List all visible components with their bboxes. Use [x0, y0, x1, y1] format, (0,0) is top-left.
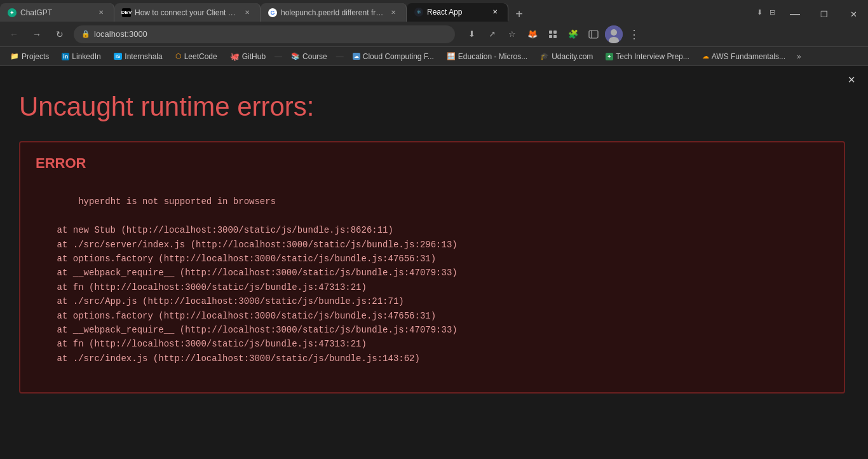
- url-text: localhost:3000: [94, 29, 147, 39]
- bookmark-linkedin[interactable]: in LinkedIn: [57, 51, 105, 62]
- tab-holepunch[interactable]: G holepunch.peerld different from... ✕: [261, 3, 407, 22]
- bookmark-linkedin-favicon: in: [62, 53, 69, 60]
- back-button[interactable]: ←: [5, 25, 23, 43]
- error-message: hyperdht is not supported in browsers: [78, 196, 276, 207]
- error-label: ERROR: [36, 155, 829, 172]
- tab-react-label: React App: [427, 8, 486, 17]
- bookmark-github-label: GitHub: [242, 52, 266, 61]
- tab-chatgpt[interactable]: ✦ ChatGPT ✕: [0, 3, 114, 22]
- firefox-icon[interactable]: 🦊: [524, 25, 541, 43]
- bookmark-internshala-favicon: IS: [114, 53, 123, 60]
- minimize-button[interactable]: —: [780, 3, 810, 25]
- error-box: ERROR hyperdht is not supported in brows…: [19, 141, 845, 394]
- tab-react-close[interactable]: ✕: [490, 7, 500, 17]
- svg-rect-4: [589, 31, 598, 38]
- bookmark-course-label: Course: [302, 52, 327, 61]
- address-bar: ← → ↻ 🔒 localhost:3000 ⬇ ↗ ☆ 🦊 🧩 ⋮: [0, 22, 868, 47]
- bookmark-udacity[interactable]: 🎓 Udacity.com: [535, 51, 598, 62]
- bookmark-divider-1: —: [275, 52, 282, 61]
- tab-react[interactable]: ⚛ React App ✕: [407, 3, 508, 22]
- menu-button[interactable]: ⋮: [625, 25, 643, 43]
- stack-content: at new Stub (http://localhost:3000/stati…: [36, 225, 458, 364]
- svg-rect-2: [549, 35, 552, 38]
- bookmarks-bar: 📁 Projects in LinkedIn IS Internshala ⬡ …: [0, 47, 868, 66]
- maximize-button[interactable]: ❐: [810, 3, 839, 25]
- bookmark-course[interactable]: 📚 Course: [286, 51, 332, 62]
- sidebar-toggle[interactable]: [585, 25, 602, 43]
- bookmark-cloud-label: Cloud Computing F...: [363, 52, 434, 61]
- close-button[interactable]: ✕: [839, 3, 868, 25]
- bookmark-github-favicon: 🐙: [230, 52, 240, 61]
- tab-chatgpt-label: ChatGPT: [20, 8, 92, 17]
- bookmark-aws[interactable]: ☁ AWS Fundamentals...: [697, 51, 790, 62]
- bookmark-github[interactable]: 🐙 GitHub: [225, 51, 271, 62]
- error-stack: hyperdht is not supported in browsers at…: [36, 181, 829, 380]
- bookmark-projects-favicon: 📁: [10, 52, 19, 60]
- bookmarks-more[interactable]: »: [793, 51, 805, 62]
- bookmark-internshala-label: Internshala: [125, 52, 162, 61]
- bookmark-techinterview-favicon: ✦: [606, 53, 613, 60]
- bookmark-techinterview-label: Tech Interview Prep...: [616, 52, 689, 61]
- close-overlay-button[interactable]: ×: [848, 72, 855, 87]
- svg-rect-3: [553, 35, 557, 38]
- extension-icon[interactable]: [544, 25, 562, 43]
- bookmark-internshala[interactable]: IS Internshala: [109, 51, 168, 62]
- bookmark-education-favicon: 🪟: [447, 52, 456, 60]
- bookmark-projects[interactable]: 📁 Projects: [5, 51, 54, 62]
- secure-icon: 🔒: [81, 30, 90, 38]
- tab-dev-close[interactable]: ✕: [242, 8, 252, 18]
- bookmark-leetcode-favicon: ⬡: [175, 52, 182, 60]
- refresh-button[interactable]: ↻: [51, 25, 69, 43]
- bookmark-cloud[interactable]: ☁ Cloud Computing F...: [348, 51, 439, 62]
- url-bar[interactable]: 🔒 localhost:3000: [74, 25, 455, 43]
- svg-rect-1: [553, 31, 557, 34]
- tab-chatgpt-close[interactable]: ✕: [96, 8, 106, 18]
- page-content: × Uncaught runtime errors: ERROR hyperdh…: [0, 66, 868, 435]
- bookmark-projects-label: Projects: [22, 52, 49, 61]
- main-error-title: Uncaught runtime errors:: [19, 92, 849, 122]
- download-button[interactable]: ⬇: [463, 25, 480, 43]
- svg-rect-0: [549, 31, 552, 34]
- tab-holepunch-label: holepunch.peerld different from...: [281, 8, 384, 17]
- forward-button[interactable]: →: [28, 25, 46, 43]
- bookmark-button[interactable]: ☆: [503, 25, 521, 43]
- bookmark-leetcode-label: LeetCode: [184, 52, 217, 61]
- tab-holepunch-close[interactable]: ✕: [388, 8, 398, 18]
- profile-button[interactable]: [605, 25, 623, 43]
- tab-dev-label: How to connect your Client side...: [135, 8, 238, 17]
- bookmark-aws-label: AWS Fundamentals...: [712, 52, 785, 61]
- bookmark-education-label: Education - Micros...: [458, 52, 527, 61]
- bookmark-udacity-label: Udacity.com: [552, 52, 593, 61]
- bookmark-cloud-favicon: ☁: [353, 53, 360, 60]
- bookmark-divider-2: —: [336, 52, 344, 61]
- extensions-puzzle[interactable]: 🧩: [564, 25, 582, 43]
- bookmark-leetcode[interactable]: ⬡ LeetCode: [170, 51, 222, 62]
- tab-dev[interactable]: DEV How to connect your Client side... ✕: [114, 3, 261, 22]
- bookmark-udacity-favicon: 🎓: [540, 52, 549, 60]
- bookmark-techinterview[interactable]: ✦ Tech Interview Prep...: [600, 51, 694, 62]
- new-tab-button[interactable]: +: [508, 3, 530, 22]
- bookmark-linkedin-label: LinkedIn: [72, 52, 100, 61]
- share-button[interactable]: ↗: [483, 25, 501, 43]
- bookmark-aws-favicon: ☁: [702, 52, 709, 60]
- bookmark-course-favicon: 📚: [291, 52, 300, 60]
- bookmark-education[interactable]: 🪟 Education - Micros...: [442, 51, 532, 62]
